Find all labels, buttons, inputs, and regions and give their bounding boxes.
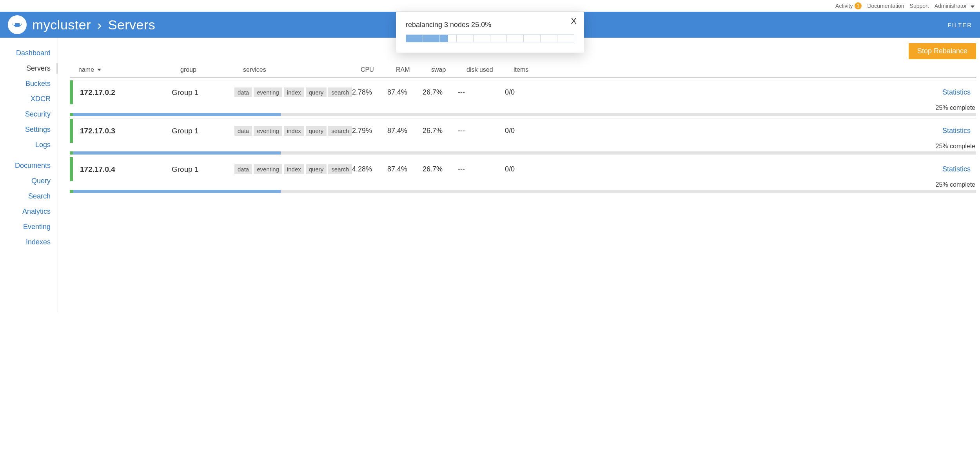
section-title: Servers	[108, 17, 156, 32]
server-group: Group 1	[172, 165, 234, 174]
activity-label: Activity	[835, 3, 853, 9]
sidebar-item-logs[interactable]: Logs	[0, 137, 58, 153]
close-button[interactable]: X	[571, 16, 577, 26]
disk-used-value: ---	[458, 88, 505, 96]
col-name-header[interactable]: name	[78, 66, 180, 73]
row-progress-label: 25% complete	[70, 104, 976, 113]
breadcrumb: mycluster › Servers	[32, 17, 155, 33]
ram-value: 87.4%	[387, 127, 423, 135]
row-progress-label: 25% complete	[70, 143, 976, 151]
statistics-link[interactable]: Statistics	[552, 88, 971, 96]
server-name: 172.17.0.4	[73, 165, 172, 174]
service-tag-eventing: eventing	[254, 87, 282, 97]
table-row[interactable]: 172.17.0.3Group 1dataeventingindexquerys…	[70, 118, 976, 155]
services-list: dataeventingindexquerysearch	[234, 87, 352, 97]
server-name: 172.17.0.3	[73, 127, 172, 135]
support-link[interactable]: Support	[910, 3, 929, 9]
row-progress-fill	[73, 151, 281, 155]
sidebar: DashboardServersBucketsXDCRSecuritySetti…	[0, 38, 58, 312]
disk-used-value: ---	[458, 165, 505, 173]
server-group: Group 1	[172, 127, 234, 135]
sidebar-item-security[interactable]: Security	[0, 107, 58, 122]
chevron-down-icon	[971, 5, 975, 8]
breadcrumb-separator: ›	[97, 17, 102, 32]
service-tag-index: index	[284, 126, 304, 136]
col-ram-header[interactable]: RAM	[396, 66, 431, 73]
activity-link[interactable]: Activity 1	[835, 2, 862, 9]
service-tag-data: data	[234, 87, 252, 97]
main-content: Stop Rebalance name group services CPU R…	[58, 38, 980, 312]
items-value: 0/0	[505, 88, 552, 96]
topbar: Activity 1 Documentation Support Adminis…	[0, 0, 980, 12]
service-tag-eventing: eventing	[254, 126, 282, 136]
server-group: Group 1	[172, 88, 234, 97]
col-cpu-header[interactable]: CPU	[361, 66, 396, 73]
statistics-link[interactable]: Statistics	[552, 165, 971, 173]
row-progress-fill	[73, 190, 281, 193]
swap-value: 26.7%	[423, 127, 458, 135]
col-group-header[interactable]: group	[180, 66, 243, 73]
col-services-header[interactable]: services	[243, 66, 361, 73]
row-progress-bar	[73, 113, 976, 116]
sidebar-item-settings[interactable]: Settings	[0, 122, 58, 137]
documentation-link[interactable]: Documentation	[867, 3, 904, 9]
items-value: 0/0	[505, 127, 552, 135]
col-swap-header[interactable]: swap	[431, 66, 466, 73]
table-row[interactable]: 172.17.0.2Group 1dataeventingindexquerys…	[70, 80, 976, 116]
sidebar-item-dashboard[interactable]: Dashboard	[0, 46, 58, 61]
table-header: name group services CPU RAM swap disk us…	[70, 63, 976, 78]
row-progress-edge	[70, 113, 73, 116]
sidebar-item-xdcr[interactable]: XDCR	[0, 91, 58, 107]
sidebar-item-analytics[interactable]: Analytics	[0, 204, 58, 219]
swap-value: 26.7%	[423, 88, 458, 96]
sidebar-spacer	[0, 153, 58, 158]
service-tag-data: data	[234, 164, 252, 174]
col-name-label: name	[78, 66, 94, 73]
items-value: 0/0	[505, 165, 552, 173]
activity-badge: 1	[855, 2, 862, 9]
popup-text: rebalancing 3 nodes 25.0%	[406, 21, 574, 29]
filter-button[interactable]: FILTER	[947, 22, 972, 28]
col-items-header[interactable]: items	[514, 66, 561, 73]
cpu-value: 4.28%	[352, 165, 387, 173]
service-tag-search: search	[328, 87, 352, 97]
row-progress-bar	[73, 190, 976, 193]
statistics-link[interactable]: Statistics	[552, 127, 971, 135]
sidebar-item-indexes[interactable]: Indexes	[0, 235, 58, 250]
sidebar-item-eventing[interactable]: Eventing	[0, 219, 58, 235]
sidebar-item-buckets[interactable]: Buckets	[0, 76, 58, 91]
cpu-value: 2.79%	[352, 127, 387, 135]
row-progress-edge	[70, 190, 73, 193]
sidebar-item-servers[interactable]: Servers	[0, 61, 58, 76]
service-tag-index: index	[284, 164, 304, 174]
service-tag-search: search	[328, 126, 352, 136]
service-tag-data: data	[234, 126, 252, 136]
sidebar-item-query[interactable]: Query	[0, 173, 58, 189]
swap-value: 26.7%	[423, 165, 458, 173]
logo-icon	[8, 15, 27, 34]
row-progress-bar	[73, 151, 976, 155]
service-tag-query: query	[306, 164, 327, 174]
ram-value: 87.4%	[387, 88, 423, 96]
row-progress-edge	[70, 151, 73, 155]
status-indicator	[70, 80, 73, 104]
status-indicator	[70, 119, 73, 143]
administrator-menu[interactable]: Administrator	[935, 3, 975, 9]
row-progress-label: 25% complete	[70, 181, 976, 190]
status-indicator	[70, 157, 73, 181]
service-tag-eventing: eventing	[254, 164, 282, 174]
cpu-value: 2.78%	[352, 88, 387, 96]
cluster-name[interactable]: mycluster	[32, 17, 91, 32]
administrator-label: Administrator	[935, 3, 967, 9]
table-row[interactable]: 172.17.0.4Group 1dataeventingindexquerys…	[70, 157, 976, 193]
sidebar-item-search[interactable]: Search	[0, 189, 58, 204]
services-list: dataeventingindexquerysearch	[234, 164, 352, 174]
col-disk-header[interactable]: disk used	[466, 66, 514, 73]
sort-desc-icon	[97, 69, 101, 71]
service-tag-query: query	[306, 87, 327, 97]
stop-rebalance-button[interactable]: Stop Rebalance	[909, 43, 976, 59]
service-tag-index: index	[284, 87, 304, 97]
sidebar-item-documents[interactable]: Documents	[0, 158, 58, 173]
service-tag-search: search	[328, 164, 352, 174]
service-tag-query: query	[306, 126, 327, 136]
